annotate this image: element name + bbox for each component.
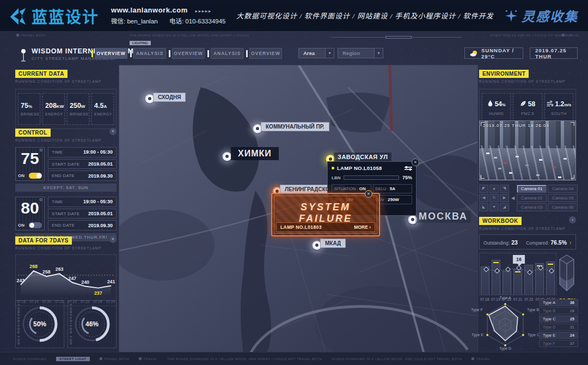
control-row-end[interactable]: END DATE2019.09.30 [48, 171, 117, 181]
map-label-zavodskaya[interactable]: ЗАВОДСКАЯ УЛ [334, 153, 391, 161]
power-toggle[interactable] [29, 222, 42, 228]
map-label-skhodnya[interactable]: СХОДНЯ [153, 93, 186, 102]
pan-left-icon[interactable]: ◀ [479, 194, 488, 202]
tab-button[interactable]: ANALYSIS [133, 48, 166, 59]
brightness-level-box: 80 ON [15, 197, 45, 230]
type-row[interactable]: Type F37 [539, 340, 578, 347]
pan-right-icon[interactable]: ▶ [500, 194, 509, 202]
svg-text:243: 243 [16, 278, 24, 283]
add-icon[interactable]: + [109, 236, 117, 243]
filter-sliders-icon[interactable] [405, 166, 412, 171]
stat-card-energy: 208KW ENERGY [42, 93, 65, 125]
pan-down-icon[interactable]: ▼ [489, 203, 499, 211]
tab-overview-3[interactable]: OVERVIEW [246, 48, 282, 59]
refresh-icon[interactable]: ↻ [489, 194, 499, 202]
video-timestamp: 2019.07.25 THUR 18:26:09 [483, 123, 549, 128]
square-icon [100, 357, 102, 360]
type-row[interactable]: Type D31 [539, 324, 578, 331]
brightness-progressbar[interactable] [344, 175, 399, 180]
workbook-stats: Outstanding:23 Compared:76.5% ↑ [479, 234, 576, 250]
frame-corner [571, 175, 574, 179]
camera-video-feed[interactable]: 2019.07.25 THUR 18:26:09 [479, 120, 576, 180]
svg-text:263: 263 [56, 266, 64, 272]
tab-tick-icon [91, 50, 93, 57]
map-label-moskva[interactable]: МОСКВА [415, 210, 471, 223]
panel-title: DATA FOR 7DAYS [15, 236, 72, 245]
control-row-start[interactable]: START DATE2019.05.01 [48, 159, 117, 169]
pan-up-icon[interactable]: ▲ [489, 185, 499, 193]
stat-card-briness: 75% BRINESS [18, 93, 40, 125]
streetlamp-icon [20, 48, 27, 65]
area-select[interactable]: Area ▾ [298, 48, 334, 58]
pan-down-left-icon[interactable]: ◣ [479, 203, 488, 211]
tab-bar: OVERVIEW ANALYSIS OVERVIEW ANALYSIS OVER… [91, 48, 285, 59]
camera-button-2[interactable]: Camera 02 [517, 194, 547, 202]
panel-subtitle: RUNNING CONDITION OF STREETLAMP [479, 80, 576, 83]
radar-axis-label: Type E [471, 333, 483, 337]
add-icon[interactable]: + [109, 128, 117, 135]
radar-chart: Type A Type B Type C Type D Type E Type … [473, 296, 538, 354]
comparison-gauges: COMPARISON FOR 50% COMPARISON FOR 46% [15, 300, 117, 348]
radar-axis-label: Type D [499, 346, 511, 350]
collect-label: 灵感收集 [522, 6, 578, 25]
camera-button-5[interactable]: Camera 05 [548, 194, 578, 202]
close-icon[interactable]: ✕ [412, 159, 419, 166]
panel-title: CONTROL [15, 129, 51, 137]
current-data-panel: CURRENT DATA RUNNING CONDITION OF STREET… [15, 68, 117, 129]
timeline-slider[interactable] [331, 37, 462, 38]
website-link[interactable]: www.lanlanwork.com [111, 6, 188, 14]
map-label-mkad[interactable]: МКАД [320, 239, 346, 248]
type-row[interactable]: Type C25 [539, 315, 578, 323]
radar-axis-label: Type B [527, 308, 539, 312]
type-label: Type B [543, 308, 555, 313]
chevron-right-icon[interactable]: › [569, 216, 576, 223]
tab-analysis-2[interactable]: ANALYSIS [207, 48, 243, 59]
weather-box: SUNNDAY / 29°C [464, 47, 523, 59]
radar-axis-label: Type F [471, 308, 482, 312]
video-traffic [486, 153, 489, 154]
alert-title: SYSTEM FAILURE [272, 202, 379, 224]
close-icon[interactable]: ✕ [365, 190, 372, 198]
deco-text: TRAVEL [566, 34, 580, 37]
tab-tick-icon [246, 50, 248, 57]
control-row-time[interactable]: TIME19:00 - 05:30 [48, 197, 117, 207]
inspiration-collect-button[interactable]: 灵感收集 [504, 6, 578, 25]
region-select[interactable]: Region ▾ [338, 48, 383, 58]
banner-contact: www.lanlanwork.com ▸▸▸▸▸ 微信: ben_lanlan … [111, 6, 225, 25]
map-label-khimki[interactable]: ХИМКИ [231, 147, 279, 160]
tab-overview-1[interactable]: OVERVIEW [91, 48, 127, 59]
logo-text: 蓝蓝设计 [32, 4, 99, 27]
date-box: 2019.07.25 THUR [530, 47, 578, 59]
control-row-start[interactable]: START DATE2019.05.01 [48, 209, 117, 219]
pan-up-left-icon[interactable]: ◤ [479, 185, 488, 193]
sun-cloud-icon [470, 50, 478, 57]
pan-down-right-icon[interactable]: ◢ [500, 203, 509, 211]
camera-dpad: ◤▲◥◀↻▶◣▼◢ [479, 185, 509, 211]
power-toggle[interactable] [29, 173, 42, 179]
bar-tooltip: 16 [513, 255, 525, 264]
tab-button[interactable]: OVERVIEW [172, 48, 205, 59]
map-canvas[interactable]: СХОДНЯ КОММУНАЛЬНЫЙ ПР. ХИМКИ ЗАВОДСКАЯ … [119, 65, 478, 354]
camera-button-4[interactable]: Camera 04 [548, 185, 578, 193]
control-row-end[interactable]: END DATE2019.09.30 [48, 220, 117, 230]
status-dot-icon [332, 167, 334, 169]
tab-overview-2[interactable]: OVERVIEW [169, 48, 205, 59]
map-label-kommunalny[interactable]: КОММУНАЛЬНЫЙ ПР. [261, 122, 329, 131]
tab-button[interactable]: OVERVIEW [249, 48, 282, 59]
tab-button[interactable]: ANALYSIS [211, 48, 243, 59]
bulb-icon [40, 149, 42, 151]
prev-camera-icon[interactable]: ◀ [511, 196, 514, 200]
type-row[interactable]: Type A36 [539, 299, 578, 306]
camera-button-1[interactable]: Camera 01 [517, 185, 547, 193]
pan-up-right-icon[interactable]: ◥ [500, 185, 509, 193]
tab-analysis-1[interactable]: ANALYSIS [130, 48, 166, 59]
deco-text: TRAVEL BOTH [21, 34, 46, 37]
camera-button-6[interactable]: Camera 06 [548, 203, 578, 211]
type-row[interactable]: Type B28 [539, 307, 578, 314]
type-row[interactable]: Type E24 [539, 332, 578, 339]
control-row-time[interactable]: TIME19:00 - 05:30 [48, 147, 117, 157]
slider-thumb[interactable] [385, 36, 412, 39]
camera-button-3[interactable]: Camera 03 [517, 203, 547, 211]
tab-button[interactable]: OVERVIEW [95, 48, 127, 59]
more-button[interactable]: MORE › [354, 224, 371, 230]
